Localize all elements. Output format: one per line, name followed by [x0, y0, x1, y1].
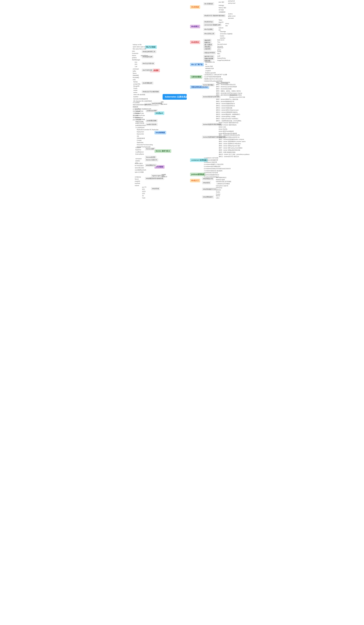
- leaf-clusterip: ClusterIP: [135, 147, 141, 149]
- leaf-cncf: 1.必须生的定义 云原生的CNCF 生态圈: [204, 74, 227, 76]
- node-k8s-net: k8s的网络插件: [202, 196, 214, 198]
- leaf-imgwebhook: ImagePolicyWebhook: [217, 59, 231, 62]
- leaf-worker: worker: [133, 92, 138, 94]
- leaf-c2: 2.containerd的镜像管理: [204, 159, 218, 161]
- leaf-dp6: 课时6：docker 部署spring boot 项目: [218, 145, 241, 147]
- node-svc-impl: Service 实现方式: [145, 158, 158, 161]
- leaf-rke: rke: [205, 63, 208, 65]
- leaf-efk: EFK: [134, 63, 138, 65]
- leaf-elk: ELK: [134, 61, 138, 63]
- leaf-da2: docker compose 编排安装php: [218, 124, 237, 126]
- leaf-dm10: 课时16：docker使用tag上传镜像: [216, 116, 236, 118]
- leaf-metallb: metallb: [161, 174, 166, 176]
- leaf-dp10: 课时10：docker 运行工具箱（prometheus+grafana）: [218, 153, 251, 156]
- leaf-dp3: 课时3：docker多容器编排docker compose: [218, 138, 244, 140]
- leaf-redis: redis: [132, 79, 136, 81]
- leaf-net5: nginx 在为增量: [134, 171, 144, 173]
- leaf-spark: spark native spark on k8s: [132, 46, 148, 48]
- leaf-emptydir: emptyDir: [134, 180, 141, 182]
- leaf-velero: velero k8s 备份恢复: [133, 94, 146, 96]
- leaf-php: PHP项目: [218, 4, 225, 7]
- section-k8s-intro: k8s的入门: [190, 179, 200, 182]
- node-docker-basic: docker基本概述: [202, 84, 214, 86]
- leaf-hrc: HRC: [161, 101, 164, 103]
- node-k8s-log: k8s日志方案大集: [142, 62, 155, 65]
- leaf-dm4: 课时10：docker的镜像管理命令: [216, 103, 235, 105]
- leaf-cm: configmap: [134, 176, 141, 178]
- leaf-da4: docker MySQL: [218, 128, 228, 130]
- leaf-c5: 5.containerd的CNI网络管理: [204, 165, 221, 168]
- node-k8s-db: k8s部署数据库: [142, 82, 153, 85]
- leaf-kt1: kubespray: [216, 187, 223, 189]
- leaf-rabbitmq: RabbitMQ: [132, 74, 139, 77]
- leaf-longhorn: Longhorn: [205, 70, 211, 72]
- section-k8s-deep: k8s的深入: [190, 25, 200, 28]
- leaf-dp11: 课时11：docker的CI/CD 项目交付: [218, 156, 239, 158]
- leaf-kins2: 二进制安装 适可而量器: [216, 183, 230, 185]
- leaf-nodejs: Node.js 项目: [218, 7, 227, 9]
- section-cloud-native: 云原生的基础: [190, 75, 202, 79]
- leaf-hadoop: hadoop on k8s: [132, 44, 142, 46]
- leaf-pvc: pvc PV: [142, 186, 147, 188]
- leaf-d2: 课时2：docker的现状与混合主流: [216, 84, 236, 86]
- leaf-harwester: HARWESTER: [205, 67, 214, 70]
- leaf-poststart: postStart: [135, 108, 141, 110]
- leaf-startup: StartupProbe: [135, 110, 144, 112]
- mindmap-container: kubernetes 云原生实战 k8s的实战 k8s 部署项目 java 项目…: [124, 0, 240, 199]
- leaf-kins1: kubeadm安装 适可而量器: [216, 181, 232, 183]
- leaf-evn: 3.物理Evn技术/v/v计算vs云原生: [204, 78, 223, 80]
- leaf-label: 控制器的标签: [136, 137, 145, 139]
- leaf-d5: 课时5：镜像化、虚拟化、容器化三者对比: [216, 90, 242, 92]
- leaf-dp8: 课时8：docker 部署go项目和前后端: [218, 149, 241, 151]
- leaf-alertmgr: AlertManager: [132, 59, 141, 61]
- leaf-dm6: 课时12：docker存储卷挂载: [216, 107, 233, 109]
- leaf-c1: 1.containerd 介绍与安装: [204, 157, 219, 159]
- leaf-dm1a: ubuntu22.04x64安装: [229, 94, 242, 96]
- leaf-r3: 数量配置: [132, 106, 139, 108]
- leaf-svc-iptables: iptables: [135, 160, 140, 162]
- leaf-gfs: GFS: [142, 193, 145, 195]
- leaf-task1: pod的计划任务: [135, 122, 145, 125]
- node-sandbox: 沙箱管理: [204, 48, 211, 50]
- node-k8s-tools: k8s的快速提升工具: [202, 188, 217, 191]
- node-cicd: k8s的CI/CD 高效协作项目集成: [204, 14, 225, 17]
- leaf-deploy: Deployment: [136, 131, 144, 133]
- node-storage: k8s的存储: [151, 187, 160, 190]
- leaf-token: Token: [218, 19, 223, 21]
- leaf-restart1: 自定义重启策略: [135, 119, 145, 121]
- leaf-d1: 课时1：容器技术的历史: [216, 81, 231, 84]
- section-k8s-basis: k8s的实战: [190, 5, 200, 9]
- leaf-dp9: 课时9：部署大数据组件框架: [218, 151, 236, 153]
- leaf-c4: 4.containerd镜像导入与命名空间: [204, 163, 224, 165]
- leaf-rocketmq: RocketMQ: [132, 77, 140, 79]
- leaf-karmada: karmada k8s跨数据管理: [133, 98, 148, 100]
- leaf-net4: 认证授权BasicAuth: [134, 169, 147, 171]
- leaf-dm1b: Windows server2019 安装: [229, 96, 245, 98]
- leaf-hpa: Horizontal Pod Autoscaling: [136, 144, 153, 146]
- leaf-jenkins: Jenkins: [228, 13, 233, 15]
- leaf-go: GO 项目: [218, 9, 224, 11]
- node-k8s-cluster: k8s的点位节点/集群搭建: [142, 90, 160, 93]
- leaf-syndig: syndig: [217, 51, 222, 53]
- leaf-volume: volume: [134, 185, 140, 187]
- leaf-ki1: k8s 功能来来起文: [216, 177, 227, 179]
- node-svc-mgmt: Service 服理: [145, 148, 155, 150]
- leaf-pause: pod pause: [161, 103, 168, 105]
- leaf-netpol: NetworkPolicy: [217, 57, 226, 59]
- leaf-cron: Cronjob: [136, 139, 142, 142]
- node-pod-lifecycle: pod的生命周期: [146, 109, 157, 112]
- section-service: Service 服务与定义: [154, 149, 171, 153]
- leaf-da3: docker redis: [218, 126, 226, 128]
- leaf-svc-userspace: userspace: [135, 158, 142, 160]
- node-net-dir: k8s的网络方向: [145, 164, 157, 167]
- leaf-task3: 什么是静态pod: [135, 126, 145, 129]
- leaf-net1: HTTP代理/UI: [134, 162, 143, 165]
- leaf-java: java 项目: [218, 1, 225, 3]
- node-runtime: 容器运行时管控: [204, 51, 216, 54]
- leaf-mongo: MoogoDB: [133, 85, 140, 87]
- leaf-job: Job: [136, 135, 139, 137]
- section-k8s-vendors: k8s 云厂商产品: [190, 63, 204, 66]
- leaf-kt2: kubeasz: [216, 189, 221, 191]
- node-pod-task: pod的计划任务: [146, 123, 157, 126]
- leaf-falco: falco: [217, 53, 221, 55]
